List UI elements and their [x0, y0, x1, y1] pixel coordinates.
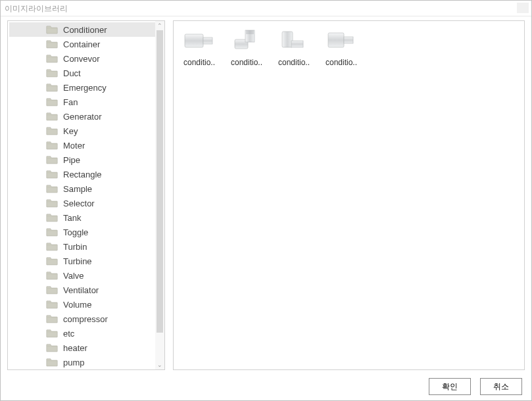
- folder-icon: [46, 170, 58, 179]
- thumbnail-pane: conditio..conditio..conditio..conditio..: [173, 20, 525, 370]
- folder-icon: [46, 358, 58, 367]
- tree-item[interactable]: Turbin: [9, 239, 155, 254]
- button-bar: 확인 취소: [429, 378, 522, 395]
- folder-icon: [46, 199, 58, 208]
- tree-item-label: Volume: [63, 300, 91, 310]
- scroll-down-arrow-icon[interactable]: ⌄: [155, 360, 164, 369]
- folder-icon: [46, 285, 58, 295]
- tree-item-label: pump: [63, 358, 85, 367]
- tree-item[interactable]: Moter: [9, 138, 155, 153]
- folder-icon: [46, 83, 58, 92]
- conditioner-shape-icon: [324, 28, 358, 54]
- tree-item-label: compressor: [63, 314, 108, 324]
- svg-rect-12: [328, 33, 344, 47]
- tree-item-label: Key: [63, 126, 78, 136]
- folder-icon: [46, 126, 58, 135]
- tree-item-label: etc: [63, 329, 74, 339]
- thumbnail-label: conditio..: [179, 58, 220, 67]
- tree-item[interactable]: Key: [9, 124, 155, 138]
- svg-rect-11: [291, 41, 303, 47]
- tree-item[interactable]: Convevor: [9, 51, 155, 66]
- svg-rect-10: [282, 32, 293, 47]
- scroll-up-arrow-icon[interactable]: ⌃: [155, 21, 164, 30]
- svg-rect-1: [203, 37, 212, 44]
- tree-item[interactable]: Turbine: [9, 254, 155, 268]
- thumbnail-list: conditio..conditio..conditio..conditio..: [179, 28, 519, 67]
- tree-item[interactable]: Container: [9, 37, 155, 51]
- thumbnail-item[interactable]: conditio..: [274, 28, 314, 67]
- folder-icon: [46, 213, 58, 222]
- folder-icon: [46, 68, 58, 78]
- tree-item-label: Container: [63, 39, 100, 49]
- tree-item[interactable]: Generator: [9, 109, 155, 124]
- folder-icon: [46, 256, 58, 266]
- thumbnail-item[interactable]: conditio..: [226, 28, 267, 67]
- folder-icon: [46, 97, 58, 106]
- tree-item-label: Turbine: [63, 256, 92, 266]
- tree-item[interactable]: Fan: [9, 95, 155, 109]
- dialog-body: ConditionerContainerConvevorDuctEmergenc…: [7, 20, 525, 370]
- thumbnail-item[interactable]: conditio..: [179, 28, 220, 67]
- tree-item-label: Convevor: [63, 54, 100, 64]
- svg-rect-0: [185, 34, 203, 47]
- tree-item-label: Rectangle: [63, 170, 102, 179]
- conditioner-shape-icon: [182, 28, 216, 54]
- tree-item-label: Generator: [63, 112, 102, 122]
- tree-item[interactable]: Toggle: [9, 225, 155, 239]
- tree-item[interactable]: Conditioner: [9, 22, 155, 37]
- thumbnail-label: conditio..: [226, 58, 267, 67]
- conditioner-shape-icon: [230, 28, 264, 54]
- tree-item-label: Pipe: [63, 155, 80, 165]
- thumbnail-label: conditio..: [274, 58, 314, 67]
- folder-icon: [46, 184, 58, 193]
- folder-icon: [46, 242, 58, 251]
- tree-item[interactable]: Selector: [9, 196, 155, 210]
- tree-item-label: Moter: [63, 141, 85, 151]
- tree-item[interactable]: Sample: [9, 181, 155, 196]
- folder-tree-pane: ConditionerContainerConvevorDuctEmergenc…: [7, 20, 165, 370]
- window-title: 이미지라이브러리: [5, 4, 68, 13]
- folder-icon: [46, 314, 58, 323]
- image-library-dialog: 이미지라이브러리 ConditionerContainerConvevorDuc…: [0, 0, 532, 401]
- tree-item-label: Duct: [63, 68, 81, 78]
- tree-item-label: Tank: [63, 213, 81, 223]
- folder-icon: [46, 112, 58, 121]
- tree-item[interactable]: Pipe: [9, 153, 155, 167]
- close-button[interactable]: [517, 3, 529, 13]
- thumbnail-item[interactable]: conditio..: [321, 28, 362, 67]
- cancel-button[interactable]: 취소: [480, 378, 522, 395]
- conditioner-shape-icon: [277, 28, 311, 54]
- tree-item-label: Selector: [63, 199, 95, 208]
- tree-item[interactable]: Ventilator: [9, 283, 155, 297]
- folder-icon: [46, 25, 58, 34]
- tree-item[interactable]: Tank: [9, 210, 155, 225]
- tree-item-label: Toggle: [63, 227, 88, 237]
- ok-button[interactable]: 확인: [429, 378, 471, 395]
- tree-item[interactable]: Volume: [9, 297, 155, 312]
- tree-item[interactable]: pump: [9, 355, 155, 368]
- folder-icon: [46, 155, 58, 164]
- folder-tree-list: ConditionerContainerConvevorDuctEmergenc…: [9, 22, 155, 368]
- thumbnail-label: conditio..: [321, 58, 362, 67]
- tree-scrollbar[interactable]: ⌃ ⌄: [155, 21, 164, 369]
- folder-icon: [46, 329, 58, 338]
- tree-item-label: Valve: [63, 271, 84, 281]
- folder-icon: [46, 141, 58, 150]
- tree-item[interactable]: heater: [9, 341, 155, 355]
- tree-item[interactable]: compressor: [9, 312, 155, 326]
- folder-icon: [46, 300, 58, 309]
- tree-item-label: Turbin: [63, 242, 87, 252]
- tree-item[interactable]: Valve: [9, 268, 155, 283]
- folder-icon: [46, 227, 58, 237]
- tree-item[interactable]: etc: [9, 326, 155, 341]
- tree-item[interactable]: Emergency: [9, 80, 155, 95]
- tree-item[interactable]: Duct: [9, 66, 155, 80]
- folder-icon: [46, 343, 58, 352]
- folder-icon: [46, 54, 58, 63]
- tree-item[interactable]: Rectangle: [9, 167, 155, 181]
- tree-item-label: Conditioner: [63, 25, 107, 35]
- scroll-thumb[interactable]: [157, 30, 163, 333]
- folder-icon: [46, 271, 58, 280]
- titlebar: 이미지라이브러리: [1, 1, 531, 16]
- tree-item-label: Ventilator: [63, 285, 99, 295]
